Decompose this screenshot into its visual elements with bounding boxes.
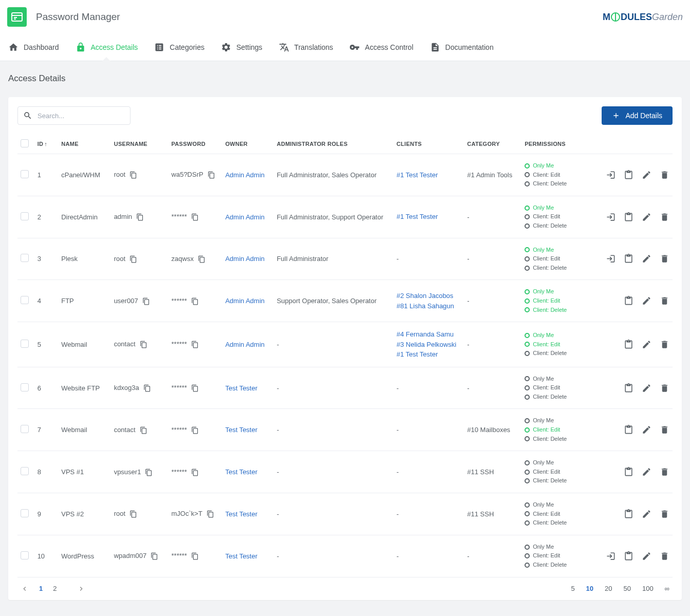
owner-link[interactable]: Admin Admin: [225, 297, 265, 305]
client-link[interactable]: #81 Lisha Sahagun: [397, 301, 461, 311]
copy-icon[interactable]: [207, 510, 214, 518]
edit-icon[interactable]: [642, 551, 651, 561]
clipboard-icon[interactable]: [624, 340, 633, 349]
owner-link[interactable]: Admin Admin: [225, 255, 265, 263]
copy-icon[interactable]: [191, 384, 199, 392]
col-password[interactable]: PASSWORD: [169, 134, 222, 154]
nav-documentation[interactable]: Documentation: [429, 34, 495, 61]
row-checkbox[interactable]: [21, 340, 29, 348]
client-link[interactable]: #1 Test Tester: [397, 212, 461, 222]
page-number[interactable]: 2: [53, 585, 57, 592]
owner-link[interactable]: Admin Admin: [225, 171, 265, 179]
nav-settings[interactable]: Settings: [220, 34, 264, 61]
delete-icon[interactable]: [660, 383, 669, 393]
edit-icon[interactable]: [642, 170, 651, 180]
delete-icon[interactable]: [660, 467, 669, 477]
copy-icon[interactable]: [198, 255, 206, 263]
delete-icon[interactable]: [660, 170, 669, 180]
delete-icon[interactable]: [660, 551, 669, 561]
per-page-option[interactable]: 10: [586, 585, 593, 592]
edit-icon[interactable]: [642, 425, 651, 435]
copy-icon[interactable]: [143, 384, 151, 392]
col-name[interactable]: NAME: [58, 134, 110, 154]
edit-icon[interactable]: [642, 296, 651, 306]
row-checkbox[interactable]: [21, 425, 29, 433]
per-page-option[interactable]: 50: [624, 585, 631, 592]
col-roles[interactable]: ADMINISTRATOR ROLES: [274, 134, 394, 154]
copy-icon[interactable]: [208, 171, 215, 179]
select-all-checkbox[interactable]: [21, 139, 29, 147]
col-category[interactable]: CATEGORY: [464, 134, 521, 154]
row-checkbox[interactable]: [21, 296, 29, 304]
owner-link[interactable]: Admin Admin: [225, 341, 265, 348]
owner-link[interactable]: Test Tester: [225, 384, 257, 392]
nav-dashboard[interactable]: Dashboard: [7, 34, 60, 61]
col-id[interactable]: ID↑: [34, 134, 59, 154]
copy-icon[interactable]: [151, 552, 158, 560]
delete-icon[interactable]: [660, 254, 669, 264]
client-link[interactable]: #1 Test Tester: [397, 349, 461, 360]
per-page-option[interactable]: 5: [571, 585, 574, 592]
clipboard-icon[interactable]: [624, 254, 633, 264]
add-details-button[interactable]: Add Details: [602, 106, 673, 125]
login-icon[interactable]: [606, 551, 616, 561]
edit-icon[interactable]: [642, 467, 651, 477]
copy-icon[interactable]: [140, 341, 147, 348]
copy-icon[interactable]: [129, 171, 137, 179]
search-input[interactable]: [32, 112, 125, 120]
col-owner[interactable]: OWNER: [222, 134, 273, 154]
copy-icon[interactable]: [191, 469, 199, 476]
chevron-right-icon[interactable]: [77, 585, 85, 593]
client-link[interactable]: #3 Nelida Pelkowski: [397, 340, 461, 350]
nav-access-details[interactable]: Access Details: [74, 34, 139, 61]
client-link[interactable]: #1 Test Tester: [397, 170, 461, 180]
delete-icon[interactable]: [660, 212, 669, 222]
clipboard-icon[interactable]: [624, 296, 633, 306]
copy-icon[interactable]: [129, 255, 137, 263]
nav-access-control[interactable]: Access Control: [348, 34, 414, 61]
per-page-option[interactable]: 20: [605, 585, 612, 592]
login-icon[interactable]: [606, 170, 616, 180]
owner-link[interactable]: Test Tester: [225, 510, 257, 518]
copy-icon[interactable]: [136, 213, 144, 221]
client-link[interactable]: #4 Fernanda Samu: [397, 329, 461, 340]
delete-icon[interactable]: [660, 425, 669, 435]
clipboard-icon[interactable]: [624, 212, 633, 222]
row-checkbox[interactable]: [21, 551, 29, 559]
login-icon[interactable]: [606, 212, 616, 222]
copy-icon[interactable]: [140, 426, 147, 434]
clipboard-icon[interactable]: [624, 170, 633, 180]
col-username[interactable]: USERNAME: [111, 134, 169, 154]
copy-icon[interactable]: [191, 552, 199, 560]
login-icon[interactable]: [606, 254, 616, 264]
owner-link[interactable]: Test Tester: [225, 468, 257, 476]
owner-link[interactable]: Admin Admin: [225, 213, 265, 221]
edit-icon[interactable]: [642, 509, 651, 519]
col-clients[interactable]: CLIENTS: [394, 134, 464, 154]
clipboard-icon[interactable]: [624, 551, 633, 561]
per-page-option[interactable]: 100: [642, 585, 654, 592]
row-checkbox[interactable]: [21, 509, 29, 517]
copy-icon[interactable]: [142, 297, 150, 305]
client-link[interactable]: #2 Shalon Jacobos: [397, 291, 461, 301]
per-page-option[interactable]: ∞: [665, 585, 669, 592]
row-checkbox[interactable]: [21, 383, 29, 391]
copy-icon[interactable]: [145, 469, 153, 476]
edit-icon[interactable]: [642, 383, 651, 393]
page-number[interactable]: 1: [39, 585, 43, 592]
clipboard-icon[interactable]: [624, 383, 633, 393]
nav-categories[interactable]: Categories: [153, 34, 206, 61]
clipboard-icon[interactable]: [624, 425, 633, 435]
copy-icon[interactable]: [191, 426, 199, 434]
edit-icon[interactable]: [642, 212, 651, 222]
copy-icon[interactable]: [191, 213, 199, 221]
delete-icon[interactable]: [660, 296, 669, 306]
chevron-left-icon[interactable]: [21, 585, 29, 593]
edit-icon[interactable]: [642, 340, 651, 349]
nav-translations[interactable]: Translations: [278, 34, 334, 61]
copy-icon[interactable]: [129, 510, 137, 518]
clipboard-icon[interactable]: [624, 467, 633, 477]
edit-icon[interactable]: [642, 254, 651, 264]
owner-link[interactable]: Test Tester: [225, 426, 257, 434]
row-checkbox[interactable]: [21, 467, 29, 475]
